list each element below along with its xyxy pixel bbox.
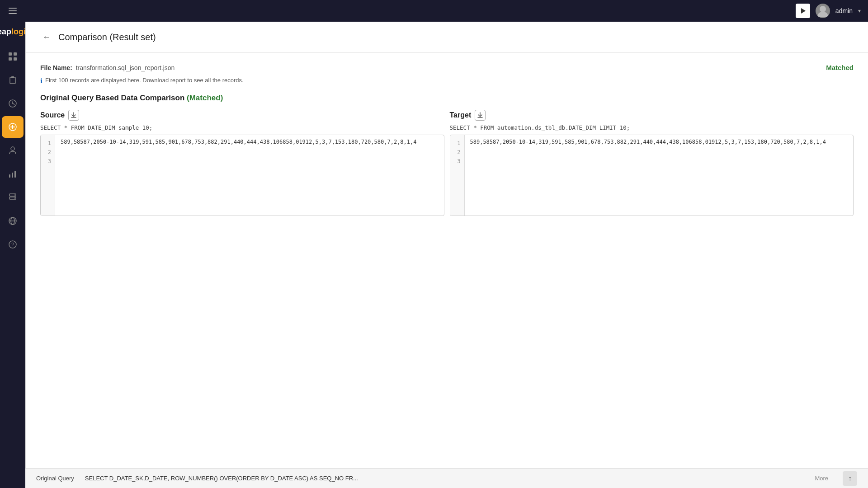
section-title-text: Original Query Based Data Comparison [40,94,184,102]
target-label: Target [450,111,472,119]
sidebar-item-person[interactable] [2,140,24,161]
svg-rect-17 [12,173,13,178]
svg-rect-4 [14,52,17,56]
username-label: admin [835,7,853,14]
svg-rect-2 [9,13,17,14]
user-chevron-icon[interactable]: ▾ [858,8,861,14]
svg-rect-18 [14,171,16,178]
svg-point-29 [820,6,826,12]
target-column: Target SELECT * FROM automation.ds_tbl_d… [450,110,854,216]
sidebar-item-chart[interactable] [2,163,24,185]
source-line-2: 2 [48,148,51,157]
bottom-label: Original Query [36,475,74,482]
topbar: admin ▾ [25,0,868,22]
sidebar-nav: ? [0,46,25,255]
info-icon: ℹ [40,77,42,84]
svg-marker-28 [801,8,806,14]
target-code-area: 1 2 3 589,58587,2050-10-14,319,591,585,9… [450,135,854,216]
bottom-bar: Original Query SELECT D_DATE_SK,D_DATE, … [25,468,868,488]
source-code-area: 1 2 3 589,58587,2050-10-14,319,591,585,9… [40,135,444,216]
sidebar-item-clipboard[interactable] [2,69,24,91]
svg-point-21 [14,195,15,196]
content-area: ← Comparison (Result set) File Name: tra… [25,22,868,468]
svg-rect-0 [9,8,17,9]
back-button[interactable]: ← [40,31,53,43]
sidebar-item-grid[interactable] [2,46,24,67]
source-line-3: 3 [48,157,51,166]
source-line-1: 1 [48,139,51,148]
notice-text: First 100 records are displayed here. Do… [45,77,244,84]
section-matched-label: (Matched) [187,94,223,102]
svg-rect-5 [9,57,12,61]
file-name-value: transformation.sql_json_report.json [76,64,175,71]
source-code-content: 589,58587,2050-10-14,319,591,585,901,678… [55,135,444,216]
source-line-numbers: 1 2 3 [41,135,55,216]
col-divider [444,110,450,216]
source-label: Source [40,111,65,119]
target-line-2: 2 [457,148,460,157]
more-button[interactable]: More [815,475,828,482]
source-header: Source [40,110,444,121]
svg-rect-6 [14,57,17,61]
svg-rect-16 [9,174,10,178]
target-line-3: 3 [457,157,460,166]
comparison-columns: Source SELECT * FROM DATE_DIM sample 10;… [40,110,854,216]
file-name-label: File Name: [40,64,72,71]
target-line-1: 1 [457,139,460,148]
svg-point-22 [14,198,15,199]
target-code-content: 589,58587,2050-10-14,319,591,585,901,678… [465,135,854,216]
svg-rect-8 [11,76,14,78]
target-query: SELECT * FROM automation.ds_tbl_db.DATE_… [450,124,854,131]
source-code-line2: 589,58587,2050-10-14,319,591,585,901,678… [61,139,416,145]
source-query: SELECT * FROM DATE_DIM sample 10; [40,124,444,131]
source-download-button[interactable] [68,110,79,121]
avatar [816,4,830,18]
bottom-value: SELECT D_DATE_SK,D_DATE, ROW_NUMBER() OV… [85,475,804,482]
section-title: Original Query Based Data Comparison (Ma… [40,94,854,103]
sidebar-item-globe[interactable] [2,210,24,232]
svg-point-15 [11,147,14,150]
page-title: Comparison (Result set) [58,32,156,42]
info-notice: ℹ First 100 records are displayed here. … [40,77,854,84]
file-info-row: File Name: transformation.sql_json_repor… [40,64,854,71]
sidebar-item-plus[interactable] [2,116,24,138]
source-column: Source SELECT * FROM DATE_DIM sample 10;… [40,110,444,216]
sidebar-item-help[interactable]: ? [2,234,24,255]
main-content: File Name: transformation.sql_json_repor… [26,53,868,238]
sidebar: leaplogic [0,0,25,488]
hamburger-menu[interactable] [0,0,25,22]
status-badge: Matched [826,64,854,71]
target-download-button[interactable] [475,110,486,121]
page-header: ← Comparison (Result set) [26,22,868,53]
svg-rect-7 [10,77,15,84]
play-button[interactable] [796,4,810,18]
app-logo: leaplogic [0,22,25,42]
sidebar-item-server[interactable] [2,187,24,208]
target-line-numbers: 1 2 3 [450,135,465,216]
sidebar-item-clock[interactable] [2,93,24,114]
target-header: Target [450,110,854,121]
svg-rect-3 [9,52,12,56]
svg-line-11 [13,103,14,104]
main-container: admin ▾ ← Comparison (Result set) File N… [25,0,868,488]
svg-rect-1 [9,10,17,11]
svg-text:?: ? [11,242,14,247]
file-name-section: File Name: transformation.sql_json_repor… [40,64,175,71]
target-code-line2: 589,58587,2050-10-14,319,591,585,901,678… [470,139,826,145]
scroll-top-button[interactable]: ↑ [843,471,857,486]
